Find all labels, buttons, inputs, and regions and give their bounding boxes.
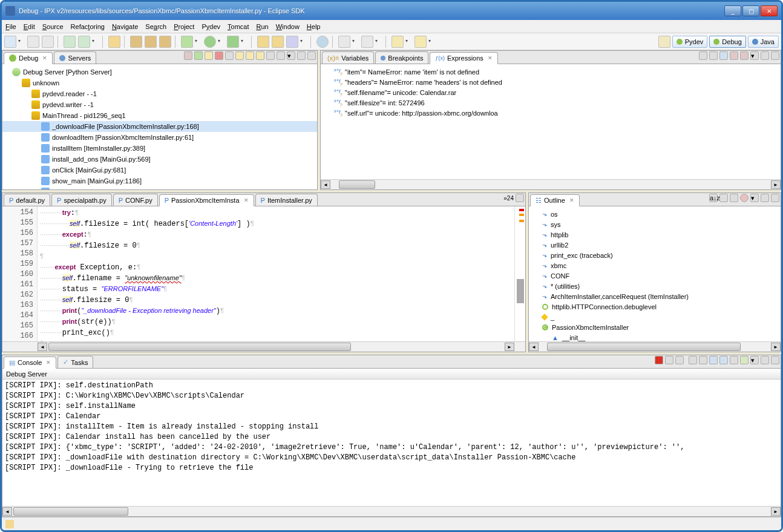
scroll-right-icon[interactable]: ► xyxy=(771,180,781,189)
remove-expression-icon[interactable] xyxy=(730,51,738,60)
perspective-pydev[interactable]: Pydev xyxy=(672,36,708,48)
menu-file[interactable]: File xyxy=(5,23,16,30)
close-icon[interactable]: ✕ xyxy=(46,360,51,366)
globe-icon[interactable] xyxy=(316,36,329,48)
minimize-view-icon[interactable] xyxy=(297,51,306,60)
remove-launch-icon[interactable] xyxy=(665,356,673,364)
sort-icon[interactable]: a↓z xyxy=(709,194,718,202)
debug-node[interactable]: install_add_ons [MainGui.py:569] xyxy=(2,154,317,165)
editor-area[interactable]: 154155156157158159160161162163164165166 … xyxy=(2,206,525,341)
step-over-icon[interactable] xyxy=(246,51,254,60)
editor-tab[interactable]: Pdefault.py xyxy=(4,194,50,206)
outline-item[interactable]: httplib.HTTPConnection.debuglevel xyxy=(530,301,779,312)
menu-edit[interactable]: Edit xyxy=(24,23,35,30)
cat2-icon[interactable] xyxy=(145,36,157,48)
expressions-tab[interactable]: ƒ(x)Expressions✕ xyxy=(430,52,497,64)
remove-all-icon[interactable] xyxy=(740,51,749,60)
outline-item[interactable]: ⬎os xyxy=(530,209,779,219)
expression-item[interactable]: "self.filename"= unicode: Calendar.rar xyxy=(322,87,779,97)
outline-item[interactable]: CPassionXbmcItemInstaller xyxy=(530,322,779,332)
scroll-thumb[interactable] xyxy=(48,343,351,351)
show-type-icon[interactable] xyxy=(699,51,707,60)
horizontal-scrollbar[interactable]: ◄ ► xyxy=(321,179,781,189)
debug-node[interactable]: show_main [Home.py:197] xyxy=(2,186,317,189)
cat3-icon[interactable] xyxy=(159,36,171,48)
view-menu-icon[interactable]: ▾ xyxy=(750,51,759,60)
resume-icon[interactable] xyxy=(194,51,203,60)
disconnect-icon[interactable] xyxy=(225,51,234,60)
step-filters-icon[interactable] xyxy=(277,51,285,60)
terminate-console-icon[interactable] xyxy=(655,356,663,364)
maximize-view-icon[interactable] xyxy=(771,194,779,202)
close-icon[interactable]: ✕ xyxy=(244,197,249,203)
new-folder-icon[interactable] xyxy=(257,36,269,48)
debug-node[interactable]: show_main [MainGui.py:1186] xyxy=(2,176,317,186)
open-perspective-button[interactable] xyxy=(658,36,670,48)
menu-refactoring[interactable]: Refactoring xyxy=(71,23,105,30)
close-icon[interactable]: ✕ xyxy=(42,55,47,61)
expression-list[interactable]: "item"= NameError: name 'item' is not de… xyxy=(321,64,781,179)
outline-tab[interactable]: ☷Outline✕ xyxy=(530,194,580,206)
drop-frame-icon[interactable] xyxy=(266,51,275,60)
console-output[interactable]: [SCRIPT IPX]: self.destinationPath [SCRI… xyxy=(2,379,781,506)
close-button[interactable]: ✕ xyxy=(761,5,778,16)
scroll-left-icon[interactable]: ◄ xyxy=(38,343,47,351)
editor-tab[interactable]: PPassionXbmcItemInsta✕ xyxy=(159,194,254,206)
scroll-thumb[interactable] xyxy=(339,180,375,189)
maximize-button[interactable]: ▢ xyxy=(742,5,759,16)
external-tools-button[interactable] xyxy=(227,36,239,48)
minimize-view-icon[interactable] xyxy=(761,356,769,364)
console-scrollbar[interactable]: ◄ ► xyxy=(2,506,781,516)
perspective-debug[interactable]: Debug xyxy=(709,36,745,48)
debug-button[interactable] xyxy=(181,36,193,48)
outline-item[interactable]: ⬎urllib2 xyxy=(530,240,779,250)
nav-next-button[interactable] xyxy=(338,36,350,48)
menu-run[interactable]: Run xyxy=(257,23,269,30)
overview-ruler[interactable] xyxy=(514,206,525,341)
outline-item[interactable]: ⬎print_exc (traceback) xyxy=(530,250,779,260)
expression-item[interactable]: "headers"= NameError: name 'headers' is … xyxy=(322,77,779,87)
pin-console-icon[interactable] xyxy=(709,356,718,364)
outline-item[interactable]: ⬎xbmc xyxy=(530,260,779,271)
menu-pydev[interactable]: Pydev xyxy=(201,23,220,30)
maximize-editor-icon[interactable] xyxy=(516,194,524,202)
scroll-lock-icon[interactable] xyxy=(699,356,707,364)
debug-node[interactable]: pydevd.reader - -1 xyxy=(2,88,317,99)
outline-item[interactable]: ⬎CONF xyxy=(530,271,779,281)
suspend-icon[interactable] xyxy=(205,51,213,60)
filter-icon[interactable] xyxy=(719,194,728,202)
view-menu-icon[interactable]: ▾ xyxy=(287,51,295,60)
tomcat-start-icon[interactable] xyxy=(108,36,120,48)
debug-node[interactable]: downloadItem [PassionXbmcItemInstaller.p… xyxy=(2,132,317,143)
add-expression-icon[interactable] xyxy=(719,51,728,60)
debug-node[interactable]: MainThread - pid1296_seq1 xyxy=(2,110,317,121)
forward-button[interactable] xyxy=(414,36,427,48)
run-button[interactable] xyxy=(204,36,216,48)
console-tab[interactable]: ▤Console✕ xyxy=(4,356,56,369)
outline-scrollbar[interactable]: ◄ ► xyxy=(529,341,781,352)
perspective-java[interactable]: Java xyxy=(748,36,779,48)
scroll-left-icon[interactable]: ◄ xyxy=(321,180,330,189)
link-icon[interactable] xyxy=(730,194,738,202)
tasks-tab[interactable]: ✓Tasks xyxy=(57,356,93,368)
debug-tab[interactable]: Debug✕ xyxy=(4,52,53,64)
maximize-view-icon[interactable] xyxy=(307,51,316,60)
scroll-thumb[interactable] xyxy=(13,507,128,516)
outline-tree[interactable]: ⬎os⬎sys⬎httplib⬎urllib2⬎print_exc (trace… xyxy=(529,206,781,341)
close-icon[interactable]: ✕ xyxy=(569,197,574,203)
remove-all-launches-icon[interactable] xyxy=(675,356,684,364)
editor-scrollbar[interactable]: ◄ ► xyxy=(2,341,525,352)
view-menu-icon[interactable]: ▾ xyxy=(750,194,759,202)
menu-help[interactable]: Help xyxy=(307,23,321,30)
debug-node[interactable]: onClick [MainGui.py:681] xyxy=(2,165,317,176)
scroll-thumb[interactable] xyxy=(547,343,741,351)
debug-node[interactable]: unknown xyxy=(2,77,317,88)
code-area[interactable]: ············try:¶ ················self.f… xyxy=(38,206,514,341)
expression-item[interactable]: "self.filesize"= int: 5272496 xyxy=(322,97,779,108)
remove-terminated-icon[interactable] xyxy=(184,51,192,60)
console-drop-icon[interactable]: ▾ xyxy=(750,356,759,364)
breakpoint-button[interactable] xyxy=(78,36,90,48)
focus-icon[interactable] xyxy=(740,194,749,202)
outline-item[interactable]: ⬎ArchItemInstaller,cancelRequest (ItemIn… xyxy=(530,291,779,301)
editor-overflow[interactable]: »24 xyxy=(503,195,514,202)
